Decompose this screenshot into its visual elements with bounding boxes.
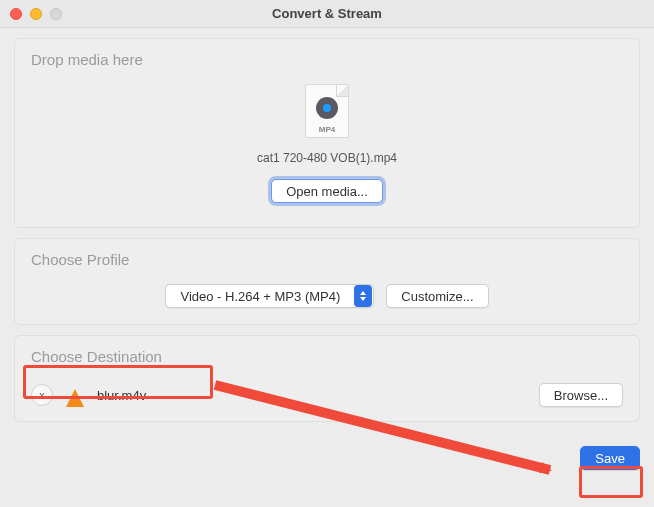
content: Drop media here MP4 cat1 720-480 VOB(1).… [0, 28, 654, 442]
drop-media-title: Drop media here [31, 51, 623, 68]
minimize-icon[interactable] [30, 8, 42, 20]
profile-row: Video - H.264 + MP3 (MP4) Customize... [31, 278, 623, 312]
open-media-button[interactable]: Open media... [271, 179, 383, 203]
save-button[interactable]: Save [580, 446, 640, 470]
destination-row: x blur.m4v Browse... [31, 379, 623, 409]
window-title: Convert & Stream [0, 6, 654, 21]
chevron-down-icon [354, 285, 372, 307]
profile-select[interactable]: Video - H.264 + MP3 (MP4) [165, 284, 374, 308]
choose-profile-title: Choose Profile [31, 251, 623, 268]
quicktime-icon [316, 97, 338, 119]
maximize-icon [50, 8, 62, 20]
traffic-lights [10, 8, 62, 20]
clear-destination-button[interactable]: x [31, 384, 53, 406]
choose-profile-panel: Choose Profile Video - H.264 + MP3 (MP4)… [14, 238, 640, 325]
titlebar: Convert & Stream [0, 0, 654, 28]
drop-media-panel: Drop media here MP4 cat1 720-480 VOB(1).… [14, 38, 640, 228]
file-ext-label: MP4 [306, 125, 348, 134]
drop-area[interactable]: MP4 cat1 720-480 VOB(1).mp4 Open media..… [31, 78, 623, 211]
choose-destination-panel: Choose Destination x blur.m4v Browse... [14, 335, 640, 422]
annotation-highlight-save [579, 466, 643, 498]
close-icon[interactable] [10, 8, 22, 20]
destination-filename: blur.m4v [97, 388, 146, 403]
choose-destination-title: Choose Destination [31, 348, 623, 365]
vlc-cone-icon [63, 383, 87, 407]
browse-button[interactable]: Browse... [539, 383, 623, 407]
file-icon: MP4 [305, 84, 349, 138]
footer: Save [0, 442, 654, 470]
profile-select-value: Video - H.264 + MP3 (MP4) [166, 289, 354, 304]
dropped-filename: cat1 720-480 VOB(1).mp4 [31, 151, 623, 165]
customize-button[interactable]: Customize... [386, 284, 488, 308]
